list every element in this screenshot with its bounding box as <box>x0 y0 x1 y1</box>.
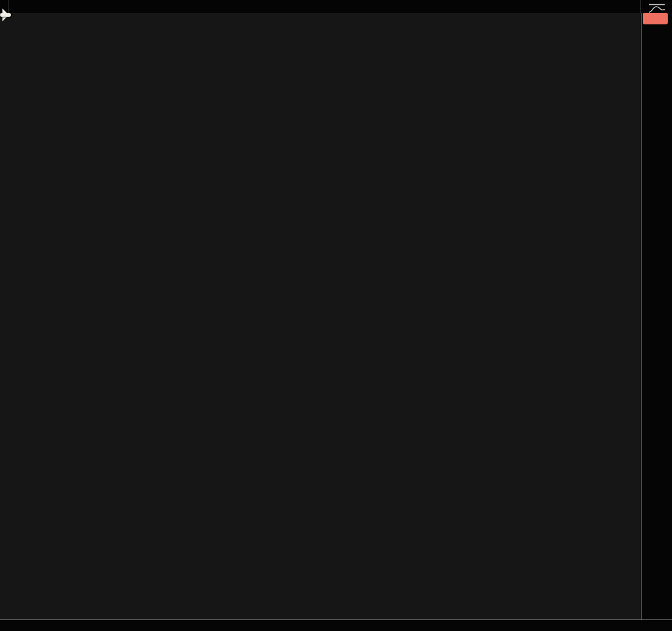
last-price-badge <box>643 13 668 24</box>
header-separator <box>8 0 9 13</box>
chart-plot-area[interactable] <box>0 13 641 619</box>
price-chart <box>0 13 641 619</box>
chart-window <box>0 0 672 631</box>
low-annotation-tooltip <box>0 13 11 17</box>
time-axis[interactable] <box>0 619 672 631</box>
chart-header-bar <box>0 0 672 13</box>
price-axis[interactable] <box>641 13 672 619</box>
